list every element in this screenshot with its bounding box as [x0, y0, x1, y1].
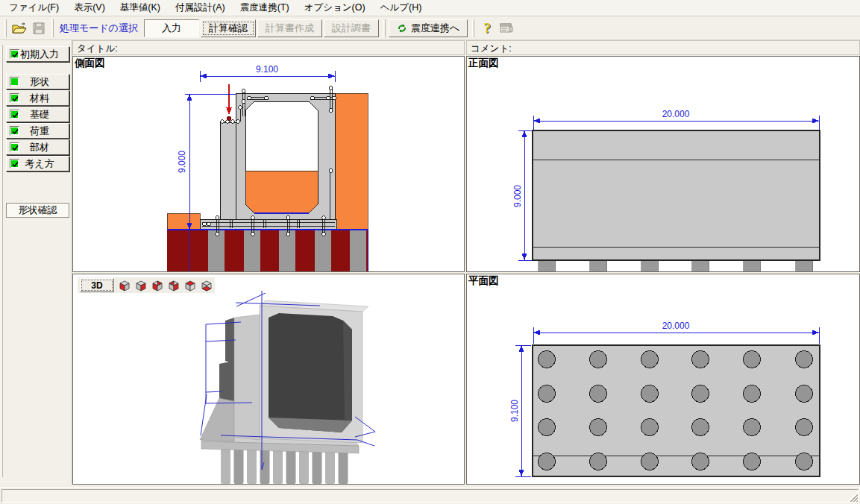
- help-button[interactable]: ?: [477, 19, 497, 37]
- toolbar-grip[interactable]: [4, 19, 7, 37]
- calc-check-button[interactable]: 計算確認: [201, 19, 256, 37]
- side-height-dimension: 9.000: [177, 151, 187, 173]
- plan-view-label: 平面図: [468, 274, 499, 288]
- footing-plan: [533, 345, 820, 476]
- front-width-dimension: 20.000: [662, 109, 690, 119]
- front-view-label: 正面図: [468, 57, 499, 70]
- input-mode-button[interactable]: 入力: [144, 19, 199, 37]
- abutment-front-face: [533, 130, 820, 260]
- app-window: ファイル(F) 表示(V) 基準値(K) 付属設計(A) 震度連携(T) オプシ…: [0, 0, 860, 504]
- side-view-drawing: 9.100 9.000: [73, 57, 464, 271]
- shape-confirm-button[interactable]: 形状確認: [6, 203, 69, 218]
- sidebar-item-concept[interactable]: 考え方: [6, 156, 69, 171]
- side-view-label: 側面図: [75, 57, 105, 70]
- plan-width-dimension: 20.000: [662, 321, 690, 331]
- main-toolbar: 処理モードの選択 入力 計算確認 計算書作成 設計調書 震度連携へ ?: [0, 17, 860, 40]
- three-d-model-view[interactable]: [73, 274, 464, 484]
- sidebar-item-member[interactable]: 部材: [6, 139, 69, 155]
- plan-height-dimension: 9.100: [509, 400, 520, 422]
- toolbar-grip[interactable]: [472, 19, 474, 37]
- checked-icon: [10, 142, 19, 152]
- parapet-wall: [220, 122, 236, 219]
- checked-icon: [10, 93, 19, 103]
- footing: [200, 219, 336, 230]
- checked-icon: [10, 126, 19, 136]
- ground-section: [167, 230, 368, 271]
- menu-help[interactable]: ヘルプ(H): [373, 0, 430, 16]
- inner-fill: [245, 171, 318, 213]
- front-view-drawing: 20.000 9.000: [467, 57, 859, 271]
- report-create-button[interactable]: 計算書作成: [257, 19, 322, 37]
- sidebar-item-label: 基礎: [19, 108, 60, 122]
- three-d-button[interactable]: 3D: [80, 278, 114, 292]
- cube-view-right-icon[interactable]: [151, 279, 163, 292]
- title-label: タイトル:: [77, 43, 118, 54]
- seismic-link-button[interactable]: 震度連携へ: [389, 19, 468, 37]
- open-folder-icon: [12, 22, 27, 34]
- load-point: [227, 116, 231, 121]
- menu-options[interactable]: オプション(O): [297, 0, 373, 16]
- box-3d-interior-wall: [343, 321, 352, 420]
- sidebar-item-foundation[interactable]: 基礎: [6, 107, 69, 122]
- open-file-button[interactable]: [10, 19, 29, 37]
- sidebar-item-label: 材料: [19, 92, 60, 105]
- status-text-area: [1, 489, 859, 503]
- backfill-left: [167, 213, 200, 230]
- menu-attached-design[interactable]: 付属設計(A): [168, 0, 233, 16]
- unchecked-green-icon: [10, 77, 19, 86]
- sidebar-item-material[interactable]: 材料: [6, 90, 69, 106]
- resize-grip[interactable]: [847, 491, 858, 502]
- menu-file[interactable]: ファイル(F): [1, 0, 66, 16]
- design-record-button[interactable]: 設計調書: [324, 19, 379, 37]
- checked-icon: [10, 110, 19, 119]
- sidebar-item-initial-input[interactable]: 初期入力: [6, 46, 69, 62]
- toolbar-grip[interactable]: [383, 19, 386, 37]
- front-view-piles: [539, 260, 813, 271]
- front-view-panel: 正面図 20.000 9.000: [466, 56, 860, 272]
- save-file-button[interactable]: [29, 19, 48, 37]
- navigation-sidebar: 初期入力 形状 材料 基礎 荷重 部材: [0, 40, 72, 485]
- save-floppy-icon: [33, 22, 45, 34]
- sidebar-grip[interactable]: [1, 45, 3, 477]
- cube-view-back-icon[interactable]: [134, 279, 147, 292]
- mode-select-label: 処理モードの選択: [60, 22, 138, 35]
- cube-view-bottom-icon[interactable]: [200, 279, 213, 292]
- cube-view-left-icon[interactable]: [167, 279, 180, 292]
- menu-bar: ファイル(F) 表示(V) 基準値(K) 付属設計(A) 震度連携(T) オプシ…: [0, 0, 860, 16]
- plan-view-drawing: 20.000 9.100: [467, 274, 859, 484]
- sidebar-item-label: 荷重: [19, 125, 60, 138]
- box-3d-opening: [269, 313, 352, 432]
- sidebar-item-load[interactable]: 荷重: [6, 123, 69, 139]
- front-height-dimension: 9.000: [512, 185, 523, 207]
- help-question-icon: ?: [483, 20, 491, 37]
- checked-icon: [10, 159, 19, 168]
- seismic-link-label: 震度連携へ: [411, 22, 459, 35]
- refresh-arrows-icon: [397, 23, 407, 34]
- backfill-right: [335, 93, 368, 230]
- sidebar-item-shape[interactable]: 形状: [6, 74, 69, 89]
- plan-view-panel: 平面図 20.000 9.100: [466, 274, 860, 485]
- comment-label: コメント:: [471, 43, 512, 54]
- sidebar-item-label: 形状: [19, 75, 60, 89]
- sidebar-item-label: 考え方: [19, 157, 60, 171]
- menu-view[interactable]: 表示(V): [66, 0, 113, 16]
- side-width-dimension: 9.100: [256, 64, 278, 75]
- output-window-icon: [500, 23, 513, 34]
- comment-caption-bar: コメント:: [466, 40, 860, 55]
- menu-standard-values[interactable]: 基準値(K): [113, 0, 168, 16]
- cube-view-top-icon[interactable]: [183, 279, 196, 292]
- side-view-panel: 側面図: [72, 56, 465, 272]
- toolbar-grip[interactable]: [51, 19, 54, 37]
- cube-view-front-icon[interactable]: [118, 279, 131, 292]
- three-d-view-panel: 3D: [72, 274, 465, 485]
- checked-icon: [10, 49, 19, 59]
- wing-wall-front: [234, 315, 260, 440]
- sidebar-item-label: 部材: [19, 141, 60, 154]
- menu-seismic-link[interactable]: 震度連携(T): [233, 0, 297, 16]
- title-caption-bar: タイトル:: [72, 40, 465, 55]
- status-bar: [0, 487, 860, 504]
- sidebar-item-label: 初期入力: [19, 48, 60, 61]
- three-d-toolbar: 3D: [78, 277, 215, 293]
- output-window-button[interactable]: [497, 19, 516, 37]
